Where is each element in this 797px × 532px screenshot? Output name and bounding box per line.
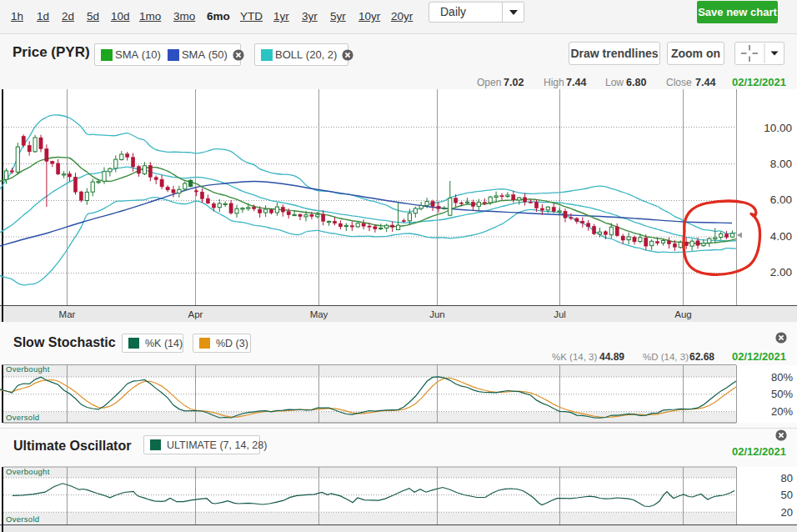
svg-text:10.00: 10.00 [764,122,792,134]
svg-text:6.00: 6.00 [770,193,792,206]
svg-text:Mar: Mar [59,309,76,319]
svg-text:20%: 20% [771,405,793,418]
svg-text:Overbought: Overbought [6,467,50,476]
svg-text:4.00: 4.00 [770,230,792,243]
svg-text:Oversold: Oversold [6,413,39,422]
svg-text:80%: 80% [771,371,793,384]
svg-text:80: 80 [781,472,793,484]
svg-text:50: 50 [781,489,793,501]
svg-text:20: 20 [781,506,793,519]
svg-text:May: May [310,309,328,319]
svg-text:Aug: Aug [674,309,691,319]
svg-text:50%: 50% [771,388,793,400]
svg-text:2.00: 2.00 [770,266,792,279]
svg-text:Jun: Jun [429,309,445,319]
svg-text:Oversold: Oversold [6,514,39,524]
svg-text:Apr: Apr [188,309,203,319]
svg-text:8.00: 8.00 [770,158,792,170]
svg-text:Overbought: Overbought [6,364,50,374]
svg-text:Jul: Jul [554,309,566,319]
